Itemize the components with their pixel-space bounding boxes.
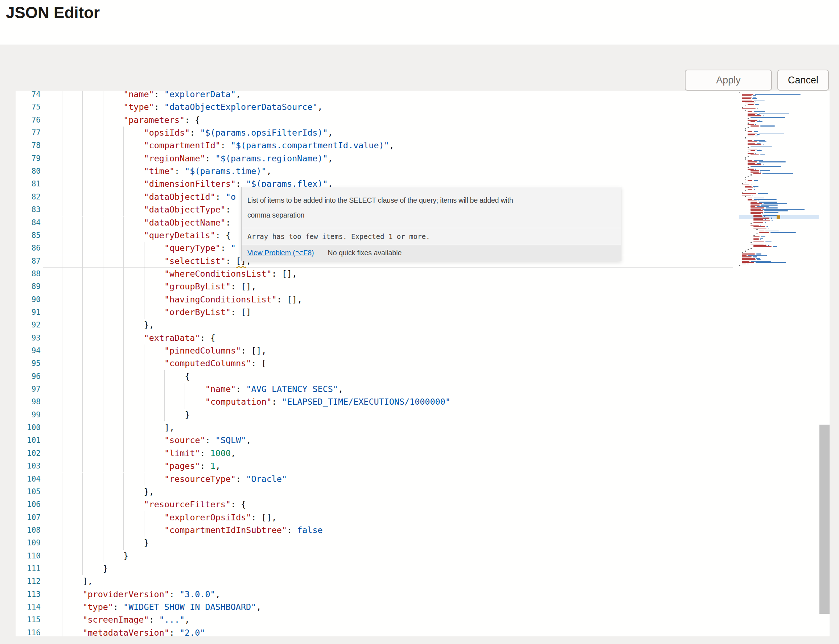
apply-button[interactable]: Apply [685, 70, 772, 90]
code-line-102[interactable]: 102"limit": 1000, [16, 447, 829, 460]
indent-guide [103, 345, 104, 357]
code-line-116[interactable]: 116"metadataVersion": "2.0" [16, 627, 829, 636]
code-line-107[interactable]: 107"explorerOpsiIds": [], [16, 511, 829, 524]
code-line-95[interactable]: 95"computedColumns": [ [16, 357, 829, 370]
code-line-112[interactable]: 112], [16, 575, 829, 588]
indent-guide [123, 486, 124, 498]
code-line-89[interactable]: 89"groupByList": [], [16, 280, 829, 293]
code-line-104[interactable]: 104"resourceType": "Oracle" [16, 473, 829, 486]
code-line-106[interactable]: 106"resourceFilters": { [16, 498, 829, 511]
indent-guide [103, 204, 104, 216]
code-line-74[interactable]: 74"name": "explorerData", [16, 90, 829, 101]
indent-guide [123, 319, 124, 332]
indent-guide [103, 293, 104, 306]
scrollbar-thumb[interactable] [819, 425, 829, 614]
code-text: "name": "explorerData", [123, 90, 241, 101]
code-line-108[interactable]: 108"compartmentIdInSubtree": false [16, 524, 829, 537]
code-text: "resourceFilters": { [144, 498, 246, 511]
code-line-90[interactable]: 90"havingConditionsList": [], [16, 293, 829, 306]
indent-guide [82, 242, 83, 255]
indent-guide [82, 114, 83, 127]
code-line-79[interactable]: 79"regionName": "$(params.regionName)", [16, 152, 829, 165]
indent-guide [82, 293, 83, 306]
code-line-76[interactable]: 76"parameters": { [16, 114, 829, 127]
indent-guide [103, 242, 104, 255]
line-number: 110 [16, 550, 41, 562]
line-number: 86 [16, 242, 41, 255]
code-line-101[interactable]: 101"source": "SQLW", [16, 434, 829, 447]
line-number: 74 [16, 90, 41, 101]
indent-guide [82, 447, 83, 460]
indent-guide [103, 498, 104, 511]
code-line-78[interactable]: 78"compartmentId": "$(params.compartment… [16, 139, 829, 152]
indent-guide [62, 601, 63, 614]
code-text: "time": "$(params.time)", [144, 165, 272, 178]
code-text: "compartmentIdInSubtree": false [165, 524, 323, 537]
indent-guide [123, 268, 124, 280]
indent-guide [123, 165, 124, 178]
scrollbar-track[interactable] [819, 90, 829, 636]
indent-guide [62, 447, 63, 460]
view-problem-link[interactable]: View Problem (⌥F8) [247, 249, 314, 257]
code-line-80[interactable]: 80"time": "$(params.time)", [16, 165, 829, 178]
indent-guide [123, 191, 124, 204]
code-line-114[interactable]: 114"type": "WIDGET_SHOW_IN_DASHBOARD", [16, 601, 829, 614]
page-header: JSON Editor [0, 0, 839, 45]
indent-guide [62, 614, 63, 626]
code-line-96[interactable]: 96{ [16, 370, 829, 383]
line-number: 75 [16, 101, 41, 113]
line-number: 82 [16, 191, 41, 204]
code-line-98[interactable]: 98"computation": "ELAPSED_TIME/EXECUTION… [16, 396, 829, 408]
indent-guide [123, 524, 124, 537]
hover-description-line1: List of items to be added into the SELEC… [247, 196, 513, 204]
indent-guide [62, 383, 63, 396]
indent-guide [123, 152, 124, 165]
code-line-111[interactable]: 111} [16, 562, 829, 575]
code-line-93[interactable]: 93"extraData": { [16, 332, 829, 345]
indent-guide [62, 588, 63, 601]
code-line-100[interactable]: 100], [16, 421, 829, 434]
indent-guide [62, 191, 63, 204]
code-text: } [144, 537, 149, 549]
indent-guide [103, 332, 104, 345]
code-text: "explorerOpsiIds": [], [165, 511, 277, 524]
indent-guide [82, 524, 83, 537]
code-line-91[interactable]: 91"orderByList": [] [16, 306, 829, 319]
line-number: 112 [16, 575, 41, 588]
indent-guide [62, 498, 63, 511]
indent-guide [103, 396, 104, 408]
code-line-113[interactable]: 113"providerVersion": "3.0.0", [16, 588, 829, 601]
indent-guide [103, 473, 104, 486]
cancel-button[interactable]: Cancel [777, 70, 829, 90]
code-line-115[interactable]: 115"screenImage": "...", [16, 614, 829, 626]
minimap[interactable] [739, 92, 819, 271]
code-line-103[interactable]: 103"pages": 1, [16, 460, 829, 473]
line-number: 94 [16, 345, 41, 357]
indent-guide [82, 409, 83, 421]
indent-guide [62, 357, 63, 370]
code-line-99[interactable]: 99} [16, 409, 829, 421]
code-text: } [184, 409, 190, 421]
code-line-77[interactable]: 77"opsiIds": "$(params.opsiFilterIds)", [16, 127, 829, 139]
code-text: "pinnedColumns": [], [165, 345, 267, 357]
indent-guide [103, 421, 104, 434]
line-number: 95 [16, 357, 41, 370]
code-text: "parameters": { [123, 114, 200, 127]
code-line-105[interactable]: 105}, [16, 486, 829, 498]
code-line-75[interactable]: 75"type": "dataObjectExplorerDataSource"… [16, 101, 829, 113]
code-line-92[interactable]: 92}, [16, 319, 829, 332]
code-line-97[interactable]: 97"name": "AVG_LATENCY_SECS", [16, 383, 829, 396]
code-line-109[interactable]: 109} [16, 537, 829, 549]
indent-guide [123, 280, 124, 293]
code-text: "queryType": " [165, 242, 236, 255]
code-line-110[interactable]: 110} [16, 550, 829, 562]
indent-guide [123, 293, 124, 306]
json-editor-panel: 74"name": "explorerData",75"type": "data… [16, 90, 829, 636]
line-number: 115 [16, 614, 41, 626]
indent-guide [123, 511, 124, 524]
code-line-94[interactable]: 94"pinnedColumns": [], [16, 345, 829, 357]
indent-guide [82, 434, 83, 447]
indent-guide [82, 562, 83, 575]
code-line-88[interactable]: 88"whereConditionsList": [], [16, 268, 829, 280]
indent-guide [103, 447, 104, 460]
